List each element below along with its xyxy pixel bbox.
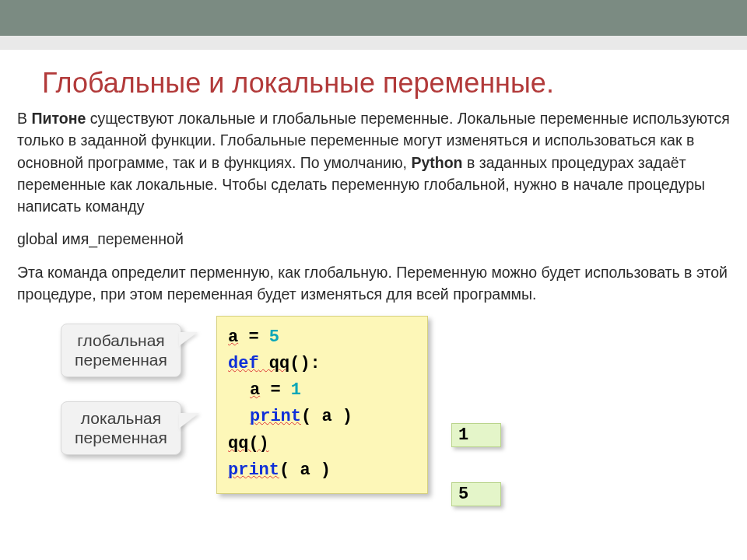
code-line: print( a ) [228,404,416,430]
text: В [17,110,31,127]
paragraph-3: Эта команда определит перменную, как гло… [17,261,730,306]
code-line: print( a ) [228,457,416,484]
slide-content: Глобальные и локальные переменные. В Пит… [0,67,747,534]
top-bar [0,0,747,36]
label-local-variable: локальная переменная [61,401,181,454]
figure: глобальная переменная локальная переменн… [16,316,731,534]
label-line: локальная [81,409,161,427]
code-builtin-print: print [228,460,279,480]
code-func-name: qq [259,354,290,373]
output-value-1: 1 [451,423,501,447]
code-text: ( a ) [301,407,352,426]
paragraph-1: В Питоне существуют локальные и глобальн… [17,107,730,217]
code-text: (): [289,354,321,373]
label-line: переменная [75,429,167,446]
label-line: глобальная [77,331,164,349]
code-call: qq() [228,434,269,453]
output-value-2: 5 [451,482,501,506]
code-var: a [250,380,260,400]
code-builtin-print: print [250,407,301,426]
code-block: a = 5 def qq(): a = 1 print( a ) qq() pr… [216,316,428,494]
label-global-variable: глобальная переменная [61,324,181,376]
code-keyword-def: def [228,354,259,373]
code-op: = [238,327,269,347]
code-var: a [228,327,238,347]
code-number: 1 [291,380,301,400]
code-op: = [260,380,291,400]
code-text: ( a ) [279,460,331,480]
code-line: def qq(): [228,351,416,377]
bold-python-ru: Питоне [31,110,86,127]
code-line: a = 5 [228,324,416,351]
code-number: 5 [269,327,279,347]
bold-python-en: Python [411,154,462,171]
paragraph-global-cmd: global имя_переменной [17,228,730,250]
code-line: qq() [228,431,416,457]
under-bar [0,36,747,50]
slide-title: Глобальные и локальные переменные. [42,67,731,100]
code-line: a = 1 [228,377,416,404]
label-line: переменная [75,351,167,369]
